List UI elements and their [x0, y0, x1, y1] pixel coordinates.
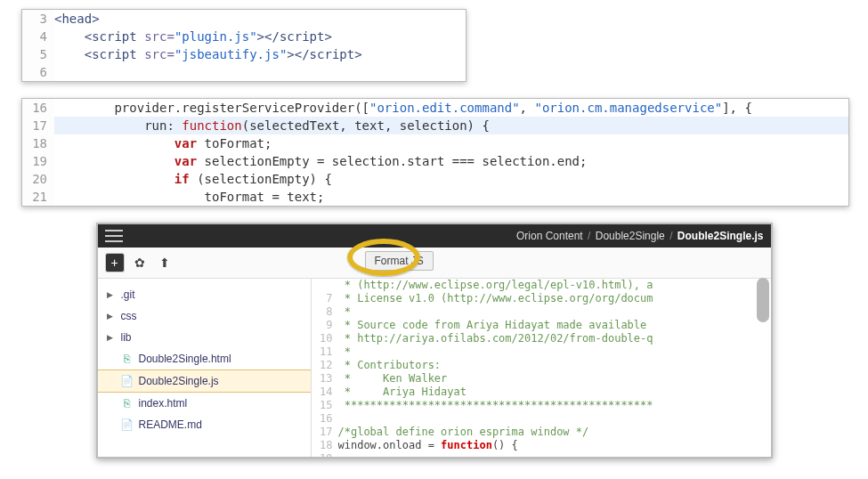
line-number: 14 — [312, 386, 338, 399]
line-number: 3 — [22, 10, 54, 28]
line-number: 5 — [22, 45, 54, 63]
line-content: run: function(selectedText, text, select… — [54, 117, 848, 134]
line-content: * http://ariya.ofilabs.com/2012/02/from-… — [338, 332, 771, 345]
line-content: if (selectionEmpty) { — [54, 170, 848, 188]
line-content: * — [338, 305, 771, 319]
code-snippet-1: 3<head>4 <script src="plugin.js"></scrip… — [21, 9, 466, 82]
file-icon: 📄 — [121, 375, 134, 387]
line-number: 19 — [312, 452, 338, 457]
code-line: 6 — [22, 63, 466, 81]
file-icon: ⎘ — [121, 353, 134, 365]
code-line: 20 if (selectionEmpty) { — [22, 170, 848, 188]
line-content: ****************************************… — [338, 399, 771, 412]
tree-item-label: lib — [121, 329, 132, 345]
menu-icon[interactable] — [105, 230, 123, 242]
editor-line: 17/*global define orion esprima window *… — [312, 426, 771, 439]
tree-item-label: index.html — [139, 395, 188, 411]
line-content: * Ariya Hidayat — [338, 386, 771, 399]
editor-line: 12 * Contributors: — [312, 359, 771, 372]
ide-toolbar: + ✿ ⬆ ⋮ Format JS — [98, 248, 771, 279]
file-icon: ⎘ — [121, 397, 134, 410]
line-content: provider.registerServiceProvider(["orion… — [54, 99, 848, 117]
ide-window: Orion Content / Double2Single / Double2S… — [96, 223, 773, 459]
tree-item-label: css — [121, 308, 137, 324]
line-content — [54, 63, 466, 81]
tree-file[interactable]: ⎘index.html — [98, 393, 311, 414]
ide-body: .gitcsslib⎘Double2Single.html📄Double2Sin… — [98, 279, 771, 457]
tree-folder[interactable]: .git — [98, 284, 311, 305]
line-number: 18 — [312, 439, 338, 452]
line-content: * (http://www.eclipse.org/legal/epl-v10.… — [338, 279, 771, 292]
code-line: 18 var toFormat; — [22, 134, 848, 152]
line-number: 17 — [312, 426, 338, 439]
code-line: 5 <script src="jsbeautify.js"></script> — [22, 45, 466, 63]
line-number: 16 — [22, 99, 54, 117]
line-number: 17 — [22, 117, 54, 134]
breadcrumb-separator: / — [588, 230, 590, 242]
editor-line: 14 * Ariya Hidayat — [312, 386, 771, 399]
code-line: 4 <script src="plugin.js"></script> — [22, 28, 466, 45]
line-number: 15 — [312, 399, 338, 412]
line-content: <script src="plugin.js"></script> — [54, 28, 466, 45]
tree-file[interactable]: 📄README.md — [98, 414, 311, 435]
editor-line: * (http://www.eclipse.org/legal/epl-v10.… — [312, 279, 771, 292]
tree-item-label: Double2Single.html — [139, 351, 231, 367]
line-number: 7 — [312, 292, 338, 305]
gear-icon[interactable]: ✿ — [130, 253, 150, 272]
breadcrumb-current: Double2Single.js — [677, 230, 764, 242]
tree-item-label: .git — [121, 287, 135, 303]
line-content: toFormat = text; — [54, 188, 848, 206]
line-content: * Ken Walker — [338, 372, 771, 386]
editor-line: 18window.onload = function() { — [312, 439, 771, 452]
code-line: 21 toFormat = text; — [22, 188, 848, 206]
line-content: * Source code from Ariya Hidayat made av… — [338, 319, 771, 332]
code-line: 19 var selectionEmpty = selection.start … — [22, 152, 848, 170]
line-number: 6 — [22, 63, 54, 81]
line-number: 16 — [312, 412, 338, 426]
line-number: 20 — [22, 170, 54, 188]
line-content: window.onload = function() { — [338, 439, 771, 452]
line-number: 11 — [312, 345, 338, 359]
line-content: <script src="jsbeautify.js"></script> — [54, 45, 466, 63]
line-number: 21 — [22, 188, 54, 206]
line-number — [312, 279, 338, 292]
line-content: * Contributors: — [338, 359, 771, 372]
editor-line: 15 *************************************… — [312, 399, 771, 412]
format-js-button[interactable]: Format JS — [365, 251, 434, 271]
line-number: 12 — [312, 359, 338, 372]
line-content: * License v1.0 (http://www.eclipse.org/o… — [338, 292, 771, 305]
line-content: * — [338, 345, 771, 359]
tree-file[interactable]: ⎘Double2Single.html — [98, 348, 311, 369]
upload-icon[interactable]: ⬆ — [155, 253, 174, 272]
line-number: 8 — [312, 305, 338, 319]
breadcrumb-part[interactable]: Double2Single — [596, 230, 665, 242]
code-line: 3<head> — [22, 10, 466, 28]
editor-line: 16 — [312, 412, 771, 426]
editor-line: 13 * Ken Walker — [312, 372, 771, 386]
line-number: 18 — [22, 134, 54, 152]
editor-pane[interactable]: * (http://www.eclipse.org/legal/epl-v10.… — [312, 279, 771, 457]
line-content — [338, 412, 771, 426]
code-snippet-2: 16 provider.registerServiceProvider(["or… — [21, 98, 849, 207]
editor-line: 9 * Source code from Ariya Hidayat made … — [312, 319, 771, 332]
tree-item-label: Double2Single.js — [139, 373, 219, 389]
line-content: var toFormat; — [54, 134, 848, 152]
editor-line: 19 — [312, 452, 771, 457]
tree-folder[interactable]: lib — [98, 327, 311, 348]
code-line: 16 provider.registerServiceProvider(["or… — [22, 99, 848, 117]
file-icon: 📄 — [121, 418, 134, 431]
line-content: var selectionEmpty = selection.start ===… — [54, 152, 848, 170]
tree-folder[interactable]: css — [98, 305, 311, 327]
line-number: 4 — [22, 28, 54, 45]
file-tree[interactable]: .gitcsslib⎘Double2Single.html📄Double2Sin… — [98, 279, 312, 457]
tree-item-label: README.md — [139, 417, 202, 433]
breadcrumb-part[interactable]: Orion Content — [516, 230, 583, 242]
add-button[interactable]: + — [105, 253, 125, 272]
tree-file[interactable]: 📄Double2Single.js — [98, 369, 311, 393]
line-content: <head> — [54, 10, 466, 28]
scrollbar[interactable] — [757, 278, 769, 322]
line-number: 19 — [22, 152, 54, 170]
line-number: 9 — [312, 319, 338, 332]
editor-line: 8 * — [312, 305, 771, 319]
ide-titlebar: Orion Content / Double2Single / Double2S… — [98, 224, 771, 248]
